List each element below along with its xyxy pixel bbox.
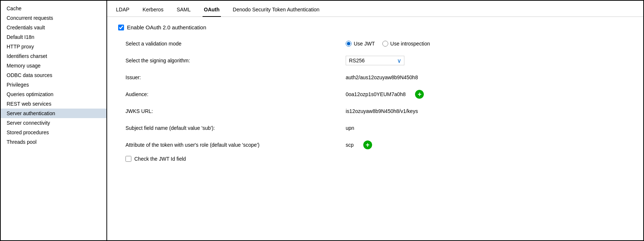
form-value-audience: 0oa12ozp1s0YEUM7a0h8+: [346, 90, 632, 99]
form-row-audience: Audience:0oa12ozp1s0YEUM7a0h8+: [118, 88, 632, 100]
sidebar-item-server-connectivity[interactable]: Server connectivity: [1, 118, 106, 128]
tab-denodo-security[interactable]: Denodo Security Token Authentication: [231, 4, 321, 17]
form-label-signing-algorithm: Select the signing algorithm:: [118, 58, 346, 63]
form-value-jwks-url: is12ozuyaw8b9N450h8/v1/keys: [346, 108, 632, 114]
form-label-attribute-role: Attribute of the token with user's role …: [118, 142, 346, 148]
sidebar-item-privileges[interactable]: Privileges: [1, 80, 106, 90]
form-value-issuer: auth2/aus12ozuyaw8b9N450h8: [346, 74, 632, 80]
form-row-validation-mode: Select a validation modeUse JWTUse intro…: [118, 38, 632, 50]
form-row-attribute-role: Attribute of the token with user's role …: [118, 139, 632, 151]
enable-oauth-label: Enable OAuth 2.0 authentication: [127, 24, 206, 30]
form-label-jwks-url: JWKS URL:: [118, 108, 346, 114]
tab-kerberos[interactable]: Kerberos: [141, 4, 165, 17]
sidebar-item-identifiers-charset[interactable]: Identifiers charset: [1, 51, 106, 61]
sidebar-item-rest-web-services[interactable]: REST web services: [1, 99, 106, 109]
form-area: Enable OAuth 2.0 authentication Select a…: [107, 17, 643, 240]
form-label-issuer: Issuer:: [118, 74, 346, 80]
text-value-attribute-role: scp: [346, 142, 354, 148]
form-label-audience: Audience:: [118, 91, 346, 97]
tab-oauth[interactable]: OAuth: [203, 4, 221, 17]
sidebar-item-default-i18n[interactable]: Default I18n: [1, 32, 106, 42]
radio-input-use-introspection[interactable]: [382, 41, 388, 47]
add-button-attribute-role[interactable]: +: [363, 140, 372, 149]
sidebar-item-threads-pool[interactable]: Threads pool: [1, 137, 106, 147]
sidebar-item-credentials-vault[interactable]: Credentials vault: [1, 23, 106, 32]
form-value-subject-field: upn: [346, 125, 632, 131]
radio-label-use-jwt: Use JWT: [354, 41, 375, 47]
enable-oauth-checkbox[interactable]: [118, 25, 124, 30]
form-label-subject-field: Subject field name (default value 'sub')…: [118, 125, 346, 131]
form-value-signing-algorithm: RS256∨: [346, 56, 632, 65]
main-content: LDAPKerberosSAMLOAuthDenodo Security Tok…: [107, 1, 643, 240]
text-value-audience: 0oa12ozp1s0YEUM7a0h8: [346, 91, 405, 97]
enable-row: Enable OAuth 2.0 authentication: [118, 24, 632, 30]
radio-option-use-introspection[interactable]: Use introspection: [382, 41, 430, 47]
radio-input-use-jwt[interactable]: [346, 41, 352, 47]
sidebar: CacheConcurrent requestsCredentials vaul…: [1, 1, 107, 240]
form-label-validation-mode: Select a validation mode: [118, 41, 346, 47]
tabs-row: LDAPKerberosSAMLOAuthDenodo Security Tok…: [107, 1, 643, 17]
sidebar-item-memory-usage[interactable]: Memory usage: [1, 61, 106, 70]
sidebar-item-queries-optimization[interactable]: Queries optimization: [1, 90, 106, 99]
sidebar-item-stored-procedures[interactable]: Stored procedures: [1, 128, 106, 137]
select-wrapper-signing-algorithm: RS256∨: [346, 56, 404, 65]
sidebar-item-cache[interactable]: Cache: [1, 4, 106, 13]
form-value-validation-mode: Use JWTUse introspection: [346, 41, 632, 47]
tab-saml[interactable]: SAML: [175, 4, 192, 17]
check-jwt-checkbox[interactable]: [125, 156, 131, 162]
sidebar-item-concurrent-requests[interactable]: Concurrent requests: [1, 13, 106, 23]
select-signing-algorithm[interactable]: RS256: [346, 56, 404, 65]
form-row-signing-algorithm: Select the signing algorithm:RS256∨: [118, 55, 632, 66]
sidebar-item-odbc-data-sources[interactable]: ODBC data sources: [1, 70, 106, 80]
form-row-issuer: Issuer:auth2/aus12ozuyaw8b9N450h8: [118, 72, 632, 83]
sidebar-item-http-proxy[interactable]: HTTP proxy: [1, 42, 106, 51]
add-button-audience[interactable]: +: [415, 90, 424, 99]
form-rows-container: Select a validation modeUse JWTUse intro…: [118, 38, 632, 151]
form-value-attribute-role: scp+: [346, 140, 632, 149]
form-row-jwks-url: JWKS URL:is12ozuyaw8b9N450h8/v1/keys: [118, 105, 632, 117]
check-jwt-label: Check the JWT Id field: [134, 156, 186, 162]
sidebar-item-server-authentication[interactable]: Server authentication: [1, 109, 106, 118]
check-jwt-row: Check the JWT Id field: [118, 156, 632, 162]
radio-label-use-introspection: Use introspection: [390, 41, 430, 47]
form-row-subject-field: Subject field name (default value 'sub')…: [118, 122, 632, 134]
radio-option-use-jwt[interactable]: Use JWT: [346, 41, 375, 47]
text-value-issuer: auth2/aus12ozuyaw8b9N450h8: [346, 74, 418, 80]
radio-group-validation-mode: Use JWTUse introspection: [346, 41, 430, 47]
tab-ldap[interactable]: LDAP: [114, 4, 131, 17]
text-value-jwks-url: is12ozuyaw8b9N450h8/v1/keys: [346, 108, 418, 114]
text-value-subject-field: upn: [346, 125, 354, 131]
